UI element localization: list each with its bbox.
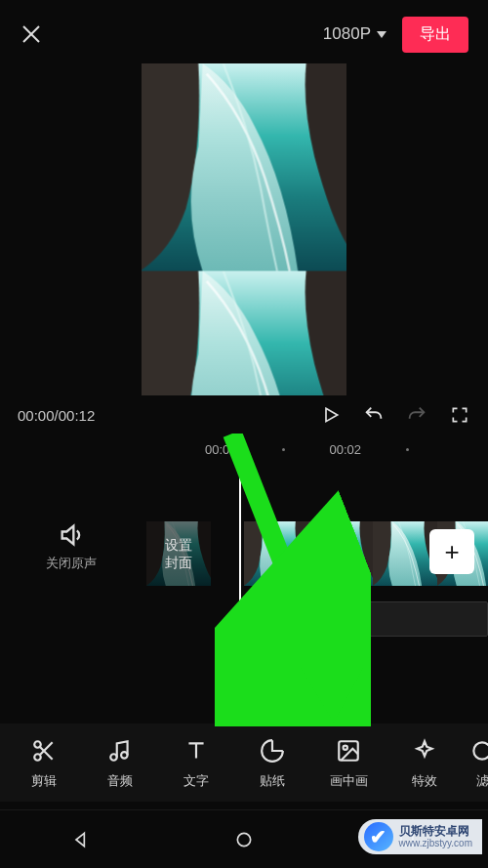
svg-point-11 xyxy=(34,741,41,748)
tool-pip[interactable]: 画中画 xyxy=(310,737,386,790)
tool-edit[interactable]: 剪辑 xyxy=(6,737,82,790)
speaker-icon xyxy=(58,521,85,549)
clip-thumbnail xyxy=(373,521,437,586)
preview-area xyxy=(0,68,488,391)
ruler-tick: 00:00 xyxy=(205,442,237,457)
filter-icon xyxy=(468,737,488,765)
set-cover-button[interactable]: 设置封面 xyxy=(146,521,211,586)
tool-audio[interactable]: 音频 xyxy=(82,737,158,790)
undo-icon xyxy=(363,404,385,426)
add-clip-button[interactable]: + xyxy=(429,529,474,574)
svg-point-19 xyxy=(473,742,488,759)
svg-rect-6 xyxy=(244,521,308,586)
svg-marker-20 xyxy=(76,833,84,846)
redo-button[interactable] xyxy=(406,404,427,426)
close-icon xyxy=(20,22,43,46)
watermark-url: www.zjbstyy.com xyxy=(399,838,472,848)
tool-sticker[interactable]: 贴纸 xyxy=(234,737,310,790)
play-icon xyxy=(321,405,341,425)
clip-thumbnail xyxy=(308,521,373,586)
export-button[interactable]: 导出 xyxy=(402,17,468,53)
tool-label: 文字 xyxy=(183,772,209,790)
tool-label: 音频 xyxy=(107,772,133,790)
svg-rect-7 xyxy=(308,521,373,586)
tool-text[interactable]: 文字 xyxy=(158,737,234,790)
preview-image xyxy=(142,63,346,395)
tool-fx[interactable]: 特效 xyxy=(386,737,463,790)
nav-back-icon xyxy=(71,830,91,849)
sticker-icon xyxy=(259,737,286,765)
ruler-tick: 00:02 xyxy=(330,442,362,457)
svg-point-18 xyxy=(344,746,347,750)
video-preview[interactable] xyxy=(142,63,346,395)
playhead[interactable] xyxy=(239,441,241,678)
svg-point-12 xyxy=(34,754,41,761)
redo-icon xyxy=(406,404,427,426)
nav-back-button[interactable] xyxy=(70,829,92,850)
nav-home-icon xyxy=(234,830,254,849)
mute-label: 关闭原声 xyxy=(41,555,102,572)
tool-label: 滤 xyxy=(476,772,489,790)
watermark-title: 贝斯特安卓网 xyxy=(399,825,472,838)
svg-marker-4 xyxy=(326,408,338,421)
fullscreen-button[interactable] xyxy=(449,404,470,426)
mute-original-sound[interactable]: 关闭原声 xyxy=(41,521,102,572)
tool-label: 贴纸 xyxy=(260,772,285,790)
svg-point-16 xyxy=(121,752,127,759)
tool-label: 特效 xyxy=(412,772,437,790)
svg-point-15 xyxy=(110,754,117,761)
timeline-ruler: 00:00 00:02 xyxy=(0,435,488,463)
resolution-selector[interactable]: 1080P xyxy=(323,24,386,44)
undo-button[interactable] xyxy=(363,404,385,426)
ruler-dot xyxy=(282,448,285,451)
plus-icon: + xyxy=(259,609,269,630)
music-note-icon xyxy=(106,737,134,765)
svg-rect-8 xyxy=(373,521,437,586)
clip-thumbnail xyxy=(244,521,308,586)
resolution-value: 1080P xyxy=(323,24,371,44)
sparkle-icon xyxy=(411,737,438,765)
close-button[interactable] xyxy=(20,22,43,46)
add-audio-track[interactable]: + 添加音频 xyxy=(244,601,488,637)
svg-rect-3 xyxy=(142,63,346,395)
picture-icon xyxy=(335,737,362,765)
play-button[interactable] xyxy=(320,404,342,426)
plus-icon: + xyxy=(444,537,459,567)
tool-label: 画中画 xyxy=(330,772,368,790)
add-audio-label: 添加音频 xyxy=(277,610,332,628)
bottom-toolbar: 剪辑 音频 文字 贴纸 画中画 特效 滤 xyxy=(0,723,488,802)
watermark: ✔ 贝斯特安卓网 www.zjbstyy.com xyxy=(358,819,482,854)
tool-label: 剪辑 xyxy=(31,772,57,790)
text-icon xyxy=(183,737,210,765)
scissors-icon xyxy=(30,737,58,765)
time-counter: 00:00/00:12 xyxy=(18,407,95,424)
ruler-dot xyxy=(406,448,409,451)
fullscreen-icon xyxy=(450,405,469,425)
nav-home-button[interactable] xyxy=(233,829,255,850)
svg-point-21 xyxy=(237,833,250,846)
chevron-down-icon xyxy=(377,31,386,38)
watermark-badge-icon: ✔ xyxy=(364,822,393,851)
tool-filter[interactable]: 滤 xyxy=(463,737,488,790)
